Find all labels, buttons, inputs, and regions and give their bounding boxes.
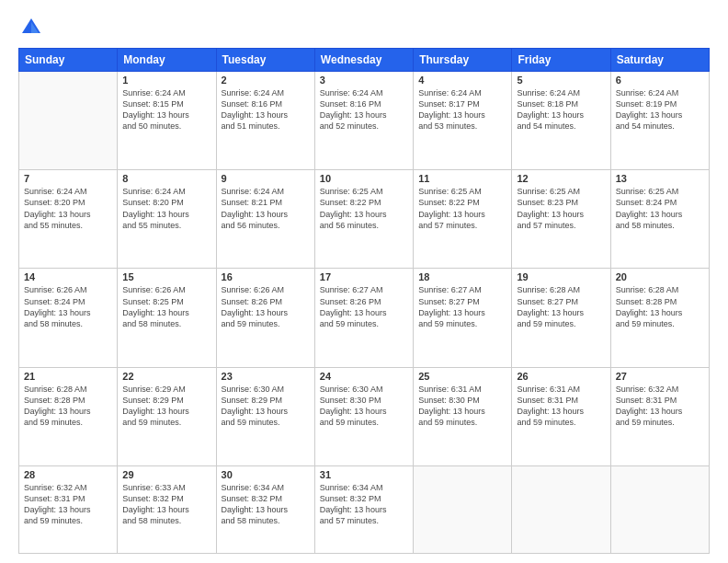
day-number: 20 <box>616 271 704 282</box>
cell-info: Sunrise: 6:25 AM Sunset: 8:22 PM Dayligh… <box>418 186 506 231</box>
cell-info: Sunrise: 6:24 AM Sunset: 8:16 PM Dayligh… <box>320 87 408 132</box>
day-number: 26 <box>517 371 605 382</box>
day-number: 18 <box>418 271 506 282</box>
calendar-cell <box>19 72 118 170</box>
calendar-cell: 30Sunrise: 6:34 AM Sunset: 8:32 PM Dayli… <box>216 465 314 553</box>
cell-info: Sunrise: 6:24 AM Sunset: 8:18 PM Dayligh… <box>517 87 605 132</box>
cell-info: Sunrise: 6:24 AM Sunset: 8:20 PM Dayligh… <box>122 186 210 231</box>
calendar-cell: 25Sunrise: 6:31 AM Sunset: 8:30 PM Dayli… <box>414 367 512 465</box>
day-number: 6 <box>616 75 704 86</box>
cell-info: Sunrise: 6:32 AM Sunset: 8:31 PM Dayligh… <box>24 482 112 527</box>
cell-info: Sunrise: 6:24 AM Sunset: 8:19 PM Dayligh… <box>616 87 704 132</box>
day-number: 12 <box>517 173 605 184</box>
cell-info: Sunrise: 6:34 AM Sunset: 8:32 PM Dayligh… <box>222 482 310 527</box>
cell-info: Sunrise: 6:30 AM Sunset: 8:29 PM Dayligh… <box>222 384 310 429</box>
page: SundayMondayTuesdayWednesdayThursdayFrid… <box>0 0 728 563</box>
calendar-cell: 4Sunrise: 6:24 AM Sunset: 8:17 PM Daylig… <box>414 72 512 170</box>
calendar-cell: 22Sunrise: 6:29 AM Sunset: 8:29 PM Dayli… <box>118 367 216 465</box>
weekday-header-cell: Saturday <box>610 49 709 72</box>
cell-info: Sunrise: 6:24 AM Sunset: 8:17 PM Dayligh… <box>418 87 506 132</box>
calendar-cell: 23Sunrise: 6:30 AM Sunset: 8:29 PM Dayli… <box>216 367 314 465</box>
day-number: 11 <box>418 173 506 184</box>
day-number: 27 <box>616 371 704 382</box>
cell-info: Sunrise: 6:24 AM Sunset: 8:15 PM Dayligh… <box>122 87 210 132</box>
calendar-cell <box>414 465 512 553</box>
cell-info: Sunrise: 6:24 AM Sunset: 8:21 PM Dayligh… <box>222 186 310 231</box>
weekday-header-cell: Friday <box>512 49 610 72</box>
calendar-cell: 21Sunrise: 6:28 AM Sunset: 8:28 PM Dayli… <box>19 367 118 465</box>
day-number: 14 <box>24 271 112 282</box>
day-number: 16 <box>222 271 310 282</box>
day-number: 23 <box>222 371 310 382</box>
calendar-cell: 16Sunrise: 6:26 AM Sunset: 8:26 PM Dayli… <box>216 269 314 367</box>
cell-info: Sunrise: 6:25 AM Sunset: 8:22 PM Dayligh… <box>320 186 408 231</box>
calendar-cell <box>610 465 709 553</box>
calendar-cell: 3Sunrise: 6:24 AM Sunset: 8:16 PM Daylig… <box>314 72 413 170</box>
calendar-cell: 31Sunrise: 6:34 AM Sunset: 8:32 PM Dayli… <box>314 465 413 553</box>
calendar-cell: 11Sunrise: 6:25 AM Sunset: 8:22 PM Dayli… <box>414 170 512 269</box>
calendar-cell: 2Sunrise: 6:24 AM Sunset: 8:16 PM Daylig… <box>216 72 314 170</box>
calendar-week-row: 14Sunrise: 6:26 AM Sunset: 8:24 PM Dayli… <box>19 269 710 367</box>
calendar-cell: 24Sunrise: 6:30 AM Sunset: 8:30 PM Dayli… <box>314 367 413 465</box>
day-number: 21 <box>24 371 112 382</box>
day-number: 31 <box>320 469 408 480</box>
weekday-header-cell: Tuesday <box>216 49 314 72</box>
calendar-cell: 20Sunrise: 6:28 AM Sunset: 8:28 PM Dayli… <box>610 269 709 367</box>
day-number: 5 <box>517 75 605 86</box>
day-number: 4 <box>418 75 506 86</box>
calendar-body: 1Sunrise: 6:24 AM Sunset: 8:15 PM Daylig… <box>19 72 710 554</box>
calendar-cell: 13Sunrise: 6:25 AM Sunset: 8:24 PM Dayli… <box>610 170 709 269</box>
cell-info: Sunrise: 6:32 AM Sunset: 8:31 PM Dayligh… <box>616 384 704 429</box>
calendar-cell: 6Sunrise: 6:24 AM Sunset: 8:19 PM Daylig… <box>610 72 709 170</box>
weekday-header-cell: Wednesday <box>314 49 413 72</box>
calendar-week-row: 28Sunrise: 6:32 AM Sunset: 8:31 PM Dayli… <box>19 465 710 553</box>
calendar-week-row: 21Sunrise: 6:28 AM Sunset: 8:28 PM Dayli… <box>19 367 710 465</box>
cell-info: Sunrise: 6:27 AM Sunset: 8:27 PM Dayligh… <box>418 284 506 329</box>
cell-info: Sunrise: 6:27 AM Sunset: 8:26 PM Dayligh… <box>320 284 408 329</box>
day-number: 2 <box>222 75 310 86</box>
day-number: 9 <box>222 173 310 184</box>
cell-info: Sunrise: 6:30 AM Sunset: 8:30 PM Dayligh… <box>320 384 408 429</box>
calendar-cell: 17Sunrise: 6:27 AM Sunset: 8:26 PM Dayli… <box>314 269 413 367</box>
calendar-cell: 27Sunrise: 6:32 AM Sunset: 8:31 PM Dayli… <box>610 367 709 465</box>
cell-info: Sunrise: 6:26 AM Sunset: 8:24 PM Dayligh… <box>24 284 112 329</box>
calendar-table: SundayMondayTuesdayWednesdayThursdayFrid… <box>18 48 710 554</box>
day-number: 8 <box>122 173 210 184</box>
day-number: 13 <box>616 173 704 184</box>
calendar-cell: 29Sunrise: 6:33 AM Sunset: 8:32 PM Dayli… <box>118 465 216 553</box>
calendar-cell: 14Sunrise: 6:26 AM Sunset: 8:24 PM Dayli… <box>19 269 118 367</box>
day-number: 15 <box>122 271 210 282</box>
day-number: 17 <box>320 271 408 282</box>
cell-info: Sunrise: 6:26 AM Sunset: 8:26 PM Dayligh… <box>222 284 310 329</box>
calendar-cell: 15Sunrise: 6:26 AM Sunset: 8:25 PM Dayli… <box>118 269 216 367</box>
calendar-week-row: 1Sunrise: 6:24 AM Sunset: 8:15 PM Daylig… <box>19 72 710 170</box>
day-number: 3 <box>320 75 408 86</box>
calendar-week-row: 7Sunrise: 6:24 AM Sunset: 8:20 PM Daylig… <box>19 170 710 269</box>
cell-info: Sunrise: 6:28 AM Sunset: 8:28 PM Dayligh… <box>24 384 112 429</box>
cell-info: Sunrise: 6:28 AM Sunset: 8:27 PM Dayligh… <box>517 284 605 329</box>
calendar-cell: 1Sunrise: 6:24 AM Sunset: 8:15 PM Daylig… <box>118 72 216 170</box>
cell-info: Sunrise: 6:26 AM Sunset: 8:25 PM Dayligh… <box>122 284 210 329</box>
calendar-cell: 9Sunrise: 6:24 AM Sunset: 8:21 PM Daylig… <box>216 170 314 269</box>
cell-info: Sunrise: 6:24 AM Sunset: 8:16 PM Dayligh… <box>222 87 310 132</box>
day-number: 24 <box>320 371 408 382</box>
day-number: 7 <box>24 173 112 184</box>
cell-info: Sunrise: 6:25 AM Sunset: 8:23 PM Dayligh… <box>517 186 605 231</box>
calendar-cell: 10Sunrise: 6:25 AM Sunset: 8:22 PM Dayli… <box>314 170 413 269</box>
calendar-cell: 12Sunrise: 6:25 AM Sunset: 8:23 PM Dayli… <box>512 170 610 269</box>
calendar-cell: 26Sunrise: 6:31 AM Sunset: 8:31 PM Dayli… <box>512 367 610 465</box>
cell-info: Sunrise: 6:25 AM Sunset: 8:24 PM Dayligh… <box>616 186 704 231</box>
day-number: 10 <box>320 173 408 184</box>
calendar-cell: 19Sunrise: 6:28 AM Sunset: 8:27 PM Dayli… <box>512 269 610 367</box>
logo <box>18 15 48 40</box>
calendar-cell: 7Sunrise: 6:24 AM Sunset: 8:20 PM Daylig… <box>19 170 118 269</box>
day-number: 1 <box>122 75 210 86</box>
day-number: 19 <box>517 271 605 282</box>
cell-info: Sunrise: 6:29 AM Sunset: 8:29 PM Dayligh… <box>122 384 210 429</box>
weekday-header-row: SundayMondayTuesdayWednesdayThursdayFrid… <box>19 49 710 72</box>
weekday-header-cell: Sunday <box>19 49 118 72</box>
cell-info: Sunrise: 6:24 AM Sunset: 8:20 PM Dayligh… <box>24 186 112 231</box>
calendar-cell: 18Sunrise: 6:27 AM Sunset: 8:27 PM Dayli… <box>414 269 512 367</box>
logo-icon <box>18 15 44 40</box>
cell-info: Sunrise: 6:28 AM Sunset: 8:28 PM Dayligh… <box>616 284 704 329</box>
